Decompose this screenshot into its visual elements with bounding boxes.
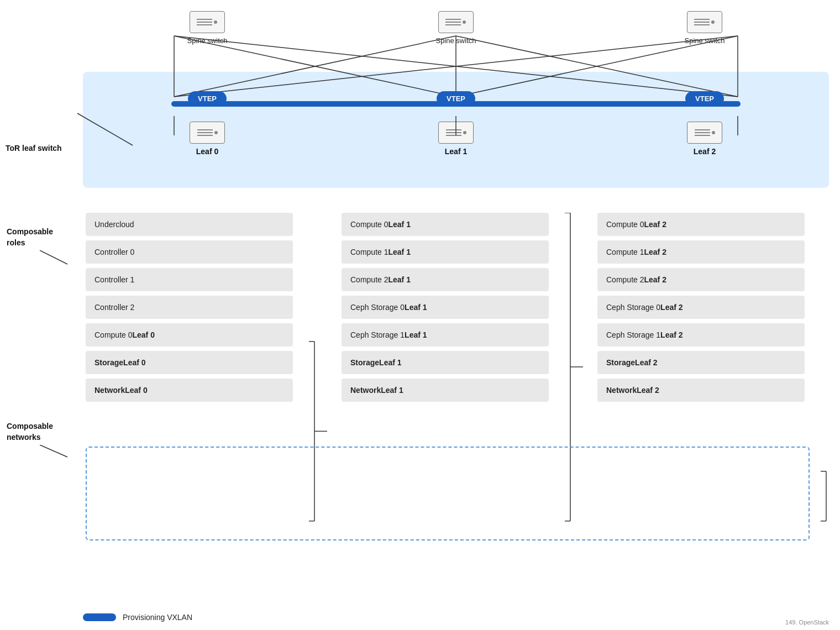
spine-switch-0: Spine switch — [187, 11, 228, 45]
svg-line-14 — [40, 250, 67, 264]
role-card-storageleaf2: StorageLeaf 2 — [597, 351, 805, 374]
role-card-controller0: Controller 0 — [86, 240, 293, 264]
role-card-cephstorage1-leaf1: Ceph Storage 1 Leaf 1 — [342, 323, 549, 347]
bracket-1-2 — [562, 213, 584, 591]
role-card-compute0-leaf1: Compute 0 Leaf 1 — [342, 213, 549, 236]
role-card-compute0-leaf2: Compute 0 Leaf 2 — [597, 213, 805, 236]
role-card-compute0-leaf0: Compute 0 Leaf 0 — [86, 323, 293, 347]
spine-switch-label-2: Spine switch — [685, 36, 725, 45]
tor-label: ToR leaf switch — [6, 144, 62, 153]
leaf-switch-icon-2 — [687, 122, 722, 144]
bracket-0-1 — [306, 213, 328, 591]
vtep-row: VTEP VTEP VTEP — [83, 91, 829, 106]
role-card-networkleaf1: NetworkLeaf 1 — [342, 379, 549, 402]
leaf-switch-0: Leaf 0 — [190, 122, 225, 156]
role-card-networkleaf0: NetworkLeaf 0 — [86, 379, 293, 402]
vtep-badge-1: VTEP — [437, 91, 475, 106]
vtep-badge-2: VTEP — [685, 91, 724, 106]
column-leaf0: Undercloud Controller 0 Controller 1 Con… — [86, 213, 293, 591]
role-card-controller2: Controller 2 — [86, 296, 293, 319]
role-card-cephstorage1-leaf2: Ceph Storage 1 Leaf 2 — [597, 323, 805, 347]
spine-switch-label-0: Spine switch — [187, 36, 228, 45]
spine-switch-1: Spine switch — [436, 11, 476, 45]
spine-switch-label-1: Spine switch — [436, 36, 476, 45]
role-card-storageleaf0: StorageLeaf 0 — [86, 351, 293, 374]
leaf-switch-label-0: Leaf 0 — [196, 147, 218, 156]
vtep-badge-0: VTEP — [188, 91, 227, 106]
composable-networks-arrow — [7, 445, 73, 461]
main-container: Spine switch Spine switch Spine switch — [0, 0, 840, 630]
legend-section: Provisioning VXLAN — [83, 613, 192, 622]
network-section: Spine switch Spine switch Spine switch — [83, 6, 829, 193]
role-card-cephstorage0-leaf2: Ceph Storage 0 Leaf 2 — [597, 296, 805, 319]
columns-area: Undercloud Controller 0 Controller 1 Con… — [86, 213, 832, 591]
bracket-right — [818, 213, 832, 591]
role-card-cephstorage0-leaf1: Ceph Storage 0 Leaf 1 — [342, 296, 549, 319]
leaf-switch-icon-0 — [190, 122, 225, 144]
legend-vxlan-line — [83, 613, 116, 621]
leaf-switch-2: Leaf 2 — [687, 122, 722, 156]
role-card-networkleaf2: NetworkLeaf 2 — [597, 379, 805, 402]
leaf-switch-label-1: Leaf 1 — [445, 147, 467, 156]
role-card-controller1: Controller 1 — [86, 268, 293, 291]
leaf-switch-icon-1 — [438, 122, 474, 144]
column-leaf2: Compute 0 Leaf 2 Compute 1 Leaf 2 Comput… — [597, 213, 805, 591]
role-card-compute2-leaf2: Compute 2 Leaf 2 — [597, 268, 805, 291]
role-card-compute1-leaf2: Compute 1 Leaf 2 — [597, 240, 805, 264]
spine-switch-icon-0 — [190, 11, 225, 33]
spine-switch-2: Spine switch — [685, 11, 725, 45]
vtep-node-1: VTEP — [437, 91, 475, 106]
composable-roles-label: Composableroles — [7, 227, 73, 267]
leaf-row: Leaf 0 Leaf 1 Leaf 2 — [83, 122, 829, 156]
leaf-switch-label-2: Leaf 2 — [694, 147, 716, 156]
column-leaf1: Compute 0 Leaf 1 Compute 1 Leaf 1 Comput… — [342, 213, 549, 591]
spine-switch-icon-1 — [438, 11, 474, 33]
vtep-node-2: VTEP — [685, 91, 724, 106]
role-card-undercloud: Undercloud — [86, 213, 293, 236]
svg-line-15 — [40, 445, 67, 457]
watermark: 149. OpenStack — [785, 619, 829, 626]
legend-vxlan-label: Provisioning VXLAN — [123, 613, 192, 622]
composable-roles-arrow — [7, 250, 73, 267]
role-card-compute1-leaf1: Compute 1 Leaf 1 — [342, 240, 549, 264]
composable-networks-label: Composablenetworks — [7, 421, 73, 461]
vtep-node-0: VTEP — [188, 91, 227, 106]
role-card-compute2-leaf1: Compute 2 Leaf 1 — [342, 268, 549, 291]
spine-row: Spine switch Spine switch Spine switch — [83, 6, 829, 45]
leaf-switch-1: Leaf 1 — [438, 122, 474, 156]
role-card-storageleaf1: StorageLeaf 1 — [342, 351, 549, 374]
spine-switch-icon-2 — [687, 11, 722, 33]
